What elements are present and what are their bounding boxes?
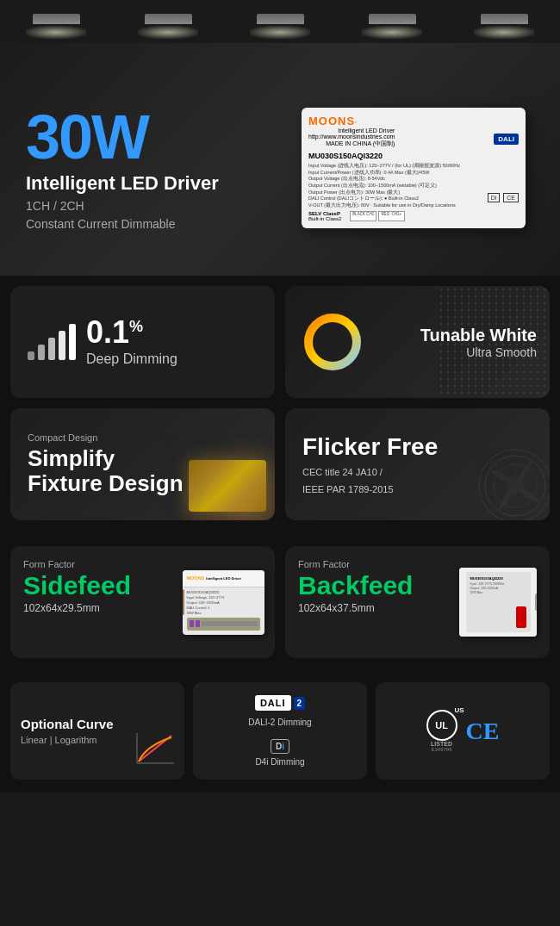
tunable-title: Tunable White bbox=[420, 326, 537, 345]
deep-dimming-card: 0.1% Deep Dimming bbox=[10, 286, 275, 398]
curve-chart-icon bbox=[133, 729, 176, 768]
lamp-unit bbox=[138, 14, 198, 39]
d4i-logo: Di D4i Dimming bbox=[255, 739, 304, 767]
backfeed-card: Form Factor Backfeed 102x64x37.5mm MU030… bbox=[285, 546, 550, 658]
flicker-spec1: CEC title 24 JA10 / bbox=[302, 467, 532, 477]
hero-image: MOONS' Intelligent LED Driverhttp://www.… bbox=[293, 108, 534, 228]
d4i-label: D4i Dimming bbox=[255, 757, 304, 767]
lamp-unit bbox=[474, 14, 534, 39]
svg-point-1 bbox=[317, 326, 348, 357]
tunable-subtitle: Ultra Smooth bbox=[420, 345, 537, 359]
features-row-1: 0.1% Deep Dimming Tunable Whit bbox=[0, 276, 560, 531]
dali2-logo: DALI 2 bbox=[255, 695, 305, 711]
driver-box: MOONS' Intelligent LED Driverhttp://www.… bbox=[302, 108, 526, 228]
ceiling-lights bbox=[0, 0, 560, 43]
hero-subtitle1: 1CH / 2CH bbox=[26, 199, 293, 213]
hero-text: 30W Intelligent LED Driver 1CH / 2CH Con… bbox=[26, 106, 293, 231]
simplify-card: Compact Design SimplifyFixture Design bbox=[10, 408, 275, 520]
dimming-percent: 0.1% bbox=[86, 317, 258, 348]
dali2-card: DALI 2 DALI-2 Dimming Di D4i Dimming bbox=[193, 682, 367, 780]
dali2-num: 2 bbox=[294, 697, 306, 710]
dimming-label: Deep Dimming bbox=[86, 351, 258, 367]
ul-certification: UL US LISTED E349796 bbox=[426, 710, 457, 752]
dali2-label: DALI-2 Dimming bbox=[248, 718, 311, 727]
hero-content: 30W Intelligent LED Driver 1CH / 2CH Con… bbox=[26, 71, 534, 231]
flicker-title: Flicker Free bbox=[302, 434, 532, 461]
ul-circle: UL bbox=[426, 710, 457, 741]
backfeed-driver-image: MU030S150AQI3220 Input: 120~277V 50/60Hz… bbox=[459, 568, 537, 637]
hero-section: 30W Intelligent LED Driver 1CH / 2CH Con… bbox=[0, 0, 560, 276]
hero-wattage: 30W bbox=[26, 106, 293, 168]
lamp-unit bbox=[26, 14, 86, 39]
form-factors-row: Form Factor Sidefeed 102x64x29.5mm MOONS… bbox=[0, 536, 560, 668]
lamp-unit bbox=[250, 14, 310, 39]
dali2-text: DALI bbox=[255, 695, 291, 711]
ce-logo: CE bbox=[466, 718, 500, 745]
tunable-white-card: Tunable White Ultra Smooth bbox=[285, 286, 550, 398]
hero-title: Intelligent LED Driver bbox=[26, 172, 293, 195]
optional-curve-subtitle: Linear | Logarithm bbox=[21, 735, 96, 745]
optional-curve-title: Optional Curve bbox=[21, 717, 114, 731]
hero-subtitle2: Constant Current Dimmable bbox=[26, 217, 293, 231]
flicker-free-card: Flicker Free CEC title 24 JA10 / IEEE PA… bbox=[285, 408, 550, 520]
sidefeed-driver-image: MOONSIntelligent LED Driver MU030S150AQI… bbox=[183, 570, 264, 635]
optional-curve-card: Optional Curve Linear | Logarithm bbox=[10, 682, 184, 780]
flicker-spec2: IEEE PAR 1789-2015 bbox=[302, 484, 532, 494]
bottom-row: Optional Curve Linear | Logarithm DALI 2… bbox=[0, 674, 560, 792]
dimming-bars-icon bbox=[28, 324, 76, 360]
certifications-card: UL US LISTED E349796 CE bbox=[376, 682, 550, 780]
lamp-unit bbox=[362, 14, 422, 39]
sidefeed-card: Form Factor Sidefeed 102x64x29.5mm MOONS… bbox=[10, 546, 275, 658]
